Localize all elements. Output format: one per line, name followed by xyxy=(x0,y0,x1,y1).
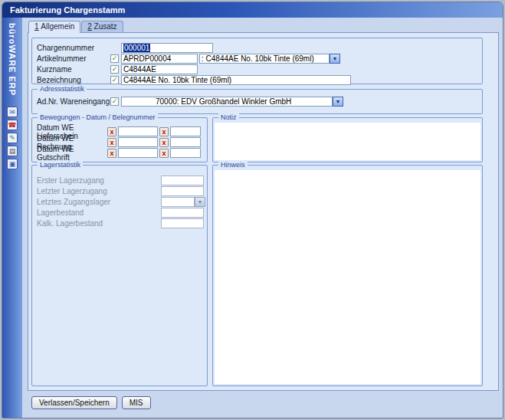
erster-lagerzugang-label: Erster Lagerzugang xyxy=(37,176,161,185)
clear-lieferschein-date-button[interactable]: x xyxy=(107,127,116,136)
tab-allgemein-num: 1 xyxy=(34,22,39,31)
form-panel: Chargennummer 000001 Artikelnummer ✓ APR… xyxy=(28,32,499,391)
clear-gutschrift-beleg-button[interactable]: x xyxy=(159,149,169,158)
letztes-zugangslager-combo: ▼ xyxy=(161,197,205,207)
bezeichnung-checkbox[interactable]: ✓ xyxy=(110,76,119,84)
kurzname-label: Kurzname xyxy=(37,65,110,74)
gutschrift-date-input[interactable] xyxy=(118,148,158,158)
lieferschein-date-input[interactable] xyxy=(118,126,158,136)
wareneingang-label: Ad.Nr. Wareneingang xyxy=(37,97,110,106)
wareneingang-checkbox[interactable]: ✓ xyxy=(110,97,119,106)
clear-rechnung-beleg-button[interactable]: x xyxy=(159,138,169,147)
lieferschein-beleg-input[interactable] xyxy=(170,126,201,136)
bezeichnung-row: Bezeichnung ✓ C4844AE No. 10bk Tinte (69… xyxy=(37,75,482,85)
bezeichnung-checkbox-slot: ✓ xyxy=(110,76,121,84)
letztes-zugangslager-label: Letztes Zugangslager xyxy=(37,198,161,206)
bezeichnung-label: Bezeichnung xyxy=(37,76,110,84)
bewegungen-group: Bewegungen - Datum / Belegnummer Datum W… xyxy=(31,117,208,162)
brand-logo: büroWARE ERP xyxy=(8,23,17,96)
tab-allgemein[interactable]: 1 Allgemein xyxy=(28,21,80,33)
artikelnummer-checkbox-slot: ✓ xyxy=(110,54,121,63)
sidebar: büroWARE ERP ✉ ☎ ✎ ▤ ▣ xyxy=(2,18,22,418)
document-icon[interactable]: ▣ xyxy=(7,159,18,169)
sidebar-toolbar: ✉ ☎ ✎ ▤ ▣ xyxy=(7,107,18,169)
wareneingang-value[interactable]: 70000: EDV Großhandel Winkler GmbH xyxy=(121,97,333,107)
artikelnummer-dropdown-button[interactable]: ▼ xyxy=(330,54,340,64)
hinweis-title: Hinweis xyxy=(218,161,248,169)
wareneingang-checkbox-slot: ✓ xyxy=(110,97,121,106)
mis-button[interactable]: MIS xyxy=(122,396,151,409)
letzter-lagerzugang-row: Letzter Lagerzugang xyxy=(37,186,207,196)
lagerbestand-input[interactable] xyxy=(161,208,204,218)
artikelnummer-row: Artikelnummer ✓ APRDP00004 : C4844AE No.… xyxy=(37,54,482,64)
chargennummer-value: 000001 xyxy=(123,44,150,52)
lagerstatistik-group: Lagerstatistik Erster Lagerzugang Letzte… xyxy=(31,165,208,386)
artikelnummer-checkbox[interactable]: ✓ xyxy=(110,54,119,63)
tab-bar: 1 Allgemein 2 Zusatz xyxy=(28,21,499,32)
gutschrift-row: Datum WE Gutschrift x x xyxy=(37,148,207,158)
footer-bar: Verlassen/Speichern MIS xyxy=(31,396,499,409)
bewegungen-title: Bewegungen - Datum / Belegnummer xyxy=(38,113,158,122)
general-group: Chargennummer 000001 Artikelnummer ✓ APR… xyxy=(31,38,483,84)
kurzname-row: Kurzname ✓ C4844AE xyxy=(37,64,482,74)
clear-gutschrift-date-button[interactable]: x xyxy=(107,149,116,158)
letzter-lagerzugang-input[interactable] xyxy=(161,186,204,196)
erster-lagerzugang-row: Erster Lagerzugang xyxy=(37,176,207,185)
window-title: Fakturierung Chargenstamm xyxy=(10,5,125,15)
main-area: 1 Allgemein 2 Zusatz Chargennummer 00000… xyxy=(22,18,503,418)
letztes-zugangslager-input[interactable] xyxy=(161,197,195,207)
bezeichnung-input[interactable]: C4844AE No. 10bk Tinte (69ml) xyxy=(121,75,351,85)
wareneingang-combo: 70000: EDV Großhandel Winkler GmbH ▼ xyxy=(121,97,343,107)
window-body: büroWARE ERP ✉ ☎ ✎ ▤ ▣ 1 Allgemein 2 Zus… xyxy=(2,18,503,418)
chargennummer-input[interactable]: 000001 xyxy=(121,43,213,53)
wareneingang-dropdown-button[interactable]: ▼ xyxy=(333,97,343,107)
clear-lieferschein-beleg-button[interactable]: x xyxy=(159,127,169,136)
gutschrift-label: Datum WE Gutschrift xyxy=(37,145,107,162)
kurzname-input[interactable]: C4844AE xyxy=(121,64,198,74)
kalk-lagerbestand-label: Kalk. Lagerbestand xyxy=(37,219,161,228)
tab-zusatz-num: 2 xyxy=(87,22,92,31)
artikelnummer-description: : C4844AE No. 10bk Tinte (69ml) xyxy=(199,54,330,64)
kalk-lagerbestand-input[interactable] xyxy=(161,218,204,228)
kalk-lagerbestand-row: Kalk. Lagerbestand xyxy=(37,218,207,228)
hinweis-textarea[interactable] xyxy=(215,170,480,384)
notiz-textarea[interactable] xyxy=(215,123,480,160)
tab-allgemein-label: Allgemein xyxy=(41,22,74,31)
rechnung-beleg-input[interactable] xyxy=(170,137,201,147)
artikelnummer-label: Artikelnummer xyxy=(37,54,110,63)
tab-zusatz-label: Zusatz xyxy=(94,22,117,31)
mail-icon[interactable]: ✉ xyxy=(7,107,18,117)
notiz-group: Notiz xyxy=(212,117,483,162)
print-icon[interactable]: ▤ xyxy=(7,146,18,156)
lagerbestand-label: Lagerbestand xyxy=(37,208,161,217)
kurzname-checkbox[interactable]: ✓ xyxy=(110,65,119,74)
letzter-lagerzugang-label: Letzter Lagerzugang xyxy=(37,187,161,195)
chargennummer-label: Chargennummer xyxy=(37,44,110,52)
lagerbestand-row: Lagerbestand xyxy=(37,208,207,218)
window-titlebar: Fakturierung Chargenstamm xyxy=(2,2,503,18)
chargennummer-row: Chargennummer 000001 xyxy=(37,43,482,53)
rechnung-date-input[interactable] xyxy=(118,137,158,147)
hinweis-group: Hinweis xyxy=(212,165,483,386)
adressstatistik-group: Adressstatistik Ad.Nr. Wareneingang ✓ 70… xyxy=(31,89,483,114)
tab-zusatz[interactable]: 2 Zusatz xyxy=(81,21,123,32)
letztes-zugangslager-row: Letztes Zugangslager ▼ xyxy=(37,197,207,207)
verlassen-speichern-button[interactable]: Verlassen/Speichern xyxy=(31,396,117,409)
lagerstatistik-title: Lagerstatistik xyxy=(38,161,83,169)
kurzname-checkbox-slot: ✓ xyxy=(110,65,121,74)
adressstatistik-title: Adressstatistik xyxy=(38,85,87,94)
edit-icon[interactable]: ✎ xyxy=(7,133,18,143)
erster-lagerzugang-input[interactable] xyxy=(161,176,204,185)
app-window: Fakturierung Chargenstamm büroWARE ERP ✉… xyxy=(2,2,503,418)
wareneingang-row: Ad.Nr. Wareneingang ✓ 70000: EDV Großhan… xyxy=(37,97,482,107)
gutschrift-beleg-input[interactable] xyxy=(170,148,201,158)
phone-icon[interactable]: ☎ xyxy=(7,120,18,130)
letztes-zugangslager-dropdown-button[interactable]: ▼ xyxy=(195,197,205,207)
artikelnummer-input[interactable]: APRDP00004 xyxy=(121,54,198,64)
artikelnummer-combo: : C4844AE No. 10bk Tinte (69ml) ▼ xyxy=(199,54,340,64)
notiz-title: Notiz xyxy=(218,113,239,122)
clear-rechnung-date-button[interactable]: x xyxy=(107,138,116,147)
